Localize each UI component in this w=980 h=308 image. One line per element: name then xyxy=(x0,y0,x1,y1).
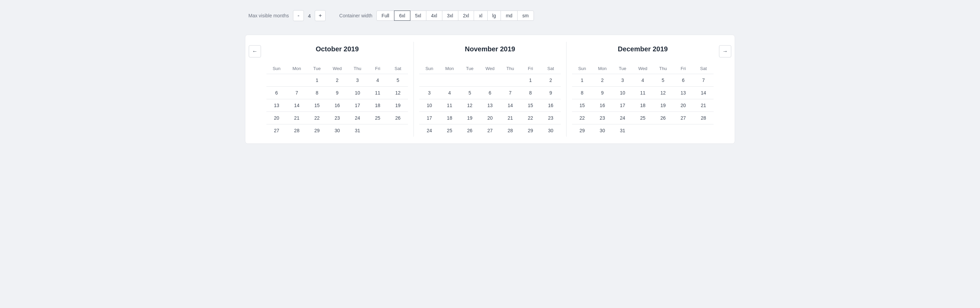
day-cell[interactable]: 11 xyxy=(368,87,388,99)
day-cell[interactable]: 18 xyxy=(633,99,653,112)
day-cell[interactable]: 16 xyxy=(327,99,347,112)
day-cell[interactable]: 22 xyxy=(572,112,592,124)
day-cell[interactable]: 23 xyxy=(327,112,347,124)
day-cell[interactable]: 17 xyxy=(347,99,368,112)
day-cell[interactable]: 25 xyxy=(368,112,388,124)
day-cell[interactable]: 2 xyxy=(592,74,612,87)
day-cell[interactable]: 5 xyxy=(460,87,480,99)
day-cell[interactable]: 31 xyxy=(612,124,633,137)
day-cell[interactable]: 21 xyxy=(694,99,714,112)
stepper-minus-button[interactable]: - xyxy=(293,10,304,21)
day-cell[interactable]: 15 xyxy=(520,99,540,112)
day-cell[interactable]: 15 xyxy=(307,99,327,112)
day-cell[interactable]: 21 xyxy=(500,112,520,124)
day-cell[interactable]: 2 xyxy=(327,74,347,87)
width-btn-2xl[interactable]: 2xl xyxy=(458,11,474,21)
day-cell[interactable]: 20 xyxy=(480,112,500,124)
day-cell[interactable]: 9 xyxy=(592,87,612,99)
day-cell[interactable]: 6 xyxy=(266,87,286,99)
day-cell[interactable]: 12 xyxy=(460,99,480,112)
day-cell[interactable]: 29 xyxy=(307,124,327,137)
day-cell[interactable]: 4 xyxy=(633,74,653,87)
day-cell[interactable]: 22 xyxy=(307,112,327,124)
day-cell[interactable]: 9 xyxy=(541,87,561,99)
day-cell[interactable]: 4 xyxy=(439,87,460,99)
day-cell[interactable]: 17 xyxy=(612,99,633,112)
day-cell[interactable]: 4 xyxy=(368,74,388,87)
day-cell[interactable]: 17 xyxy=(419,112,439,124)
day-cell[interactable]: 10 xyxy=(612,87,633,99)
day-cell[interactable]: 29 xyxy=(520,124,540,137)
day-cell[interactable]: 27 xyxy=(673,112,693,124)
day-cell[interactable]: 20 xyxy=(266,112,286,124)
day-cell[interactable]: 30 xyxy=(541,124,561,137)
width-btn-5xl[interactable]: 5xl xyxy=(410,11,426,21)
day-cell[interactable]: 26 xyxy=(653,112,673,124)
day-cell[interactable]: 31 xyxy=(347,124,368,137)
width-btn-6xl[interactable]: 6xl xyxy=(394,11,410,21)
day-cell[interactable]: 24 xyxy=(612,112,633,124)
day-cell[interactable]: 23 xyxy=(592,112,612,124)
day-cell[interactable]: 7 xyxy=(500,87,520,99)
day-cell[interactable]: 15 xyxy=(572,99,592,112)
day-cell[interactable]: 18 xyxy=(368,99,388,112)
stepper-plus-button[interactable]: + xyxy=(315,10,326,21)
day-cell[interactable]: 28 xyxy=(500,124,520,137)
day-cell[interactable]: 12 xyxy=(653,87,673,99)
day-cell[interactable]: 3 xyxy=(347,74,368,87)
day-cell[interactable]: 14 xyxy=(286,99,307,112)
day-cell[interactable]: 13 xyxy=(673,87,693,99)
day-cell[interactable]: 19 xyxy=(460,112,480,124)
day-cell[interactable]: 19 xyxy=(388,99,408,112)
day-cell[interactable]: 26 xyxy=(388,112,408,124)
day-cell[interactable]: 8 xyxy=(572,87,592,99)
day-cell[interactable]: 14 xyxy=(500,99,520,112)
day-cell[interactable]: 14 xyxy=(694,87,714,99)
day-cell[interactable]: 29 xyxy=(572,124,592,137)
next-nav-button[interactable]: → xyxy=(719,45,731,57)
day-cell[interactable]: 5 xyxy=(388,74,408,87)
day-cell[interactable]: 3 xyxy=(612,74,633,87)
day-cell[interactable]: 20 xyxy=(673,99,693,112)
day-cell[interactable]: 18 xyxy=(439,112,460,124)
width-btn-sm[interactable]: sm xyxy=(517,11,534,21)
day-cell[interactable]: 11 xyxy=(439,99,460,112)
width-btn-lg[interactable]: lg xyxy=(487,11,501,21)
day-cell[interactable]: 5 xyxy=(653,74,673,87)
day-cell[interactable]: 8 xyxy=(520,87,540,99)
day-cell[interactable]: 6 xyxy=(480,87,500,99)
day-cell[interactable]: 9 xyxy=(327,87,347,99)
day-cell[interactable]: 25 xyxy=(633,112,653,124)
day-cell[interactable]: 7 xyxy=(694,74,714,87)
day-cell[interactable]: 1 xyxy=(307,74,327,87)
day-cell[interactable]: 6 xyxy=(673,74,693,87)
day-cell[interactable]: 13 xyxy=(266,99,286,112)
day-cell[interactable]: 1 xyxy=(520,74,540,87)
day-cell[interactable]: 25 xyxy=(439,124,460,137)
day-cell[interactable]: 27 xyxy=(480,124,500,137)
day-cell[interactable]: 2 xyxy=(541,74,561,87)
day-cell[interactable]: 7 xyxy=(286,87,307,99)
width-btn-full[interactable]: Full xyxy=(376,11,395,21)
day-cell[interactable]: 26 xyxy=(460,124,480,137)
day-cell[interactable]: 27 xyxy=(266,124,286,137)
prev-nav-button[interactable]: ← xyxy=(249,45,261,57)
day-cell[interactable]: 10 xyxy=(419,99,439,112)
day-cell[interactable]: 28 xyxy=(694,112,714,124)
day-cell[interactable]: 30 xyxy=(592,124,612,137)
day-cell[interactable]: 30 xyxy=(327,124,347,137)
day-cell[interactable]: 12 xyxy=(388,87,408,99)
day-cell[interactable]: 10 xyxy=(347,87,368,99)
day-cell[interactable]: 1 xyxy=(572,74,592,87)
width-btn-md[interactable]: md xyxy=(501,11,517,21)
day-cell[interactable]: 24 xyxy=(419,124,439,137)
width-btn-xl[interactable]: xl xyxy=(474,11,487,21)
day-cell[interactable]: 11 xyxy=(633,87,653,99)
day-cell[interactable]: 8 xyxy=(307,87,327,99)
day-cell[interactable]: 22 xyxy=(520,112,540,124)
day-cell[interactable]: 16 xyxy=(592,99,612,112)
day-cell[interactable]: 24 xyxy=(347,112,368,124)
day-cell[interactable]: 13 xyxy=(480,99,500,112)
day-cell[interactable]: 21 xyxy=(286,112,307,124)
day-cell[interactable]: 3 xyxy=(419,87,439,99)
